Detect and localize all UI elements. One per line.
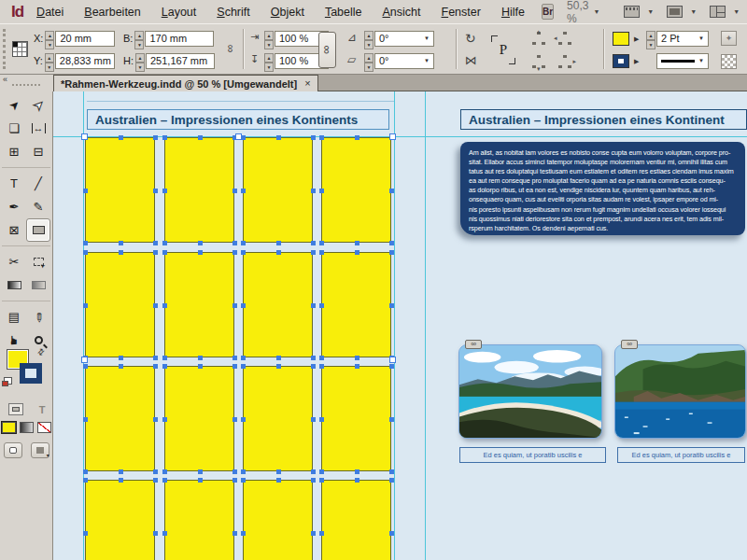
rectangle-frame-tool[interactable]: ⊠ bbox=[2, 218, 26, 242]
selection-handle[interactable] bbox=[83, 303, 88, 308]
selection-handle[interactable] bbox=[198, 478, 203, 483]
bounding-box-handle[interactable] bbox=[235, 133, 242, 140]
panel-grip[interactable] bbox=[3, 29, 6, 69]
yellow-frame[interactable] bbox=[321, 480, 391, 560]
selection-handle[interactable] bbox=[153, 364, 158, 369]
normal-view-button[interactable] bbox=[4, 442, 22, 458]
content-placer-tool[interactable]: ⊟ bbox=[26, 140, 50, 163]
selection-handle[interactable] bbox=[389, 241, 394, 245]
selection-handle[interactable] bbox=[162, 356, 167, 360]
selection-handle[interactable] bbox=[276, 469, 281, 474]
selection-handle[interactable] bbox=[162, 250, 167, 255]
object-effects-button[interactable]: ✦ bbox=[721, 31, 737, 46]
shear-stepper[interactable]: ▲▼ bbox=[364, 53, 374, 69]
selection-handle[interactable] bbox=[311, 531, 316, 536]
selection-handle[interactable] bbox=[162, 469, 167, 474]
selection-handle[interactable] bbox=[83, 250, 88, 255]
selection-tool[interactable]: ➤ bbox=[2, 93, 26, 117]
menu-item-ansicht[interactable]: Ansicht bbox=[383, 6, 421, 19]
bounding-box-handle[interactable] bbox=[81, 357, 88, 363]
document-tab[interactable]: *Rahmen-Werkzeug.indd @ 50 % [Umgewandel… bbox=[53, 75, 318, 91]
yellow-frame[interactable] bbox=[164, 480, 234, 560]
selection-handle[interactable] bbox=[311, 469, 316, 474]
selection-handle[interactable] bbox=[319, 469, 324, 474]
selection-handle[interactable] bbox=[389, 250, 394, 255]
height-stepper[interactable]: ▲▼ bbox=[135, 53, 145, 69]
selection-handle[interactable] bbox=[241, 364, 246, 369]
yellow-frame[interactable] bbox=[164, 366, 234, 471]
page-tool[interactable]: ❏ bbox=[2, 117, 26, 140]
eyedropper-tool[interactable]: ✐ bbox=[26, 305, 50, 329]
preview-mode-button[interactable]: ▾ bbox=[31, 442, 49, 458]
selection-handle[interactable] bbox=[162, 303, 167, 308]
selection-handle[interactable] bbox=[319, 478, 324, 483]
selection-handle[interactable] bbox=[241, 356, 246, 360]
menu-item-schrift[interactable]: Schrift bbox=[217, 6, 249, 19]
bounding-box-handle[interactable] bbox=[389, 357, 396, 363]
yellow-frame[interactable] bbox=[243, 366, 313, 471]
selection-handle[interactable] bbox=[162, 364, 167, 369]
selection-handle[interactable] bbox=[83, 478, 88, 483]
selection-handle[interactable] bbox=[389, 303, 394, 308]
selection-handle[interactable] bbox=[389, 531, 394, 536]
width-input[interactable]: 170 mm bbox=[145, 31, 214, 47]
selection-handle[interactable] bbox=[233, 417, 237, 422]
default-fill-stroke-icon[interactable] bbox=[4, 377, 12, 385]
yellow-frame[interactable] bbox=[85, 252, 155, 357]
selection-handle[interactable] bbox=[233, 241, 237, 245]
opacity-button[interactable] bbox=[721, 54, 737, 69]
selection-handle[interactable] bbox=[119, 356, 123, 360]
yellow-frame[interactable] bbox=[243, 480, 313, 560]
scissors-tool[interactable]: ✂ bbox=[2, 250, 26, 273]
selection-handle[interactable] bbox=[162, 241, 167, 245]
selection-handle[interactable] bbox=[83, 364, 88, 369]
stroke-weight-input[interactable]: 2 Pt bbox=[656, 31, 709, 47]
fill-flyout-icon[interactable]: ▶ bbox=[634, 35, 639, 43]
selection-handle[interactable] bbox=[153, 478, 158, 483]
selection-handle[interactable] bbox=[389, 189, 394, 193]
selection-handle[interactable] bbox=[355, 364, 359, 369]
selection-handle[interactable] bbox=[276, 135, 281, 140]
line-tool[interactable]: ╱ bbox=[26, 172, 50, 195]
photo-beach[interactable] bbox=[458, 344, 602, 439]
collapse-panels-icon[interactable]: « bbox=[3, 75, 7, 84]
selection-handle[interactable] bbox=[162, 135, 167, 140]
selection-handle[interactable] bbox=[319, 417, 324, 422]
selection-handle[interactable] bbox=[119, 135, 123, 140]
margin-guide-right[interactable] bbox=[394, 91, 395, 560]
bounding-box-handle[interactable] bbox=[81, 133, 88, 140]
selection-handle[interactable] bbox=[319, 303, 324, 308]
selection-handle[interactable] bbox=[311, 135, 316, 140]
rotate-90-cw-icon[interactable]: ↻ bbox=[465, 31, 476, 46]
note-tool[interactable]: ▤ bbox=[2, 305, 26, 329]
swap-fill-stroke-icon[interactable]: ⇄ bbox=[35, 346, 47, 357]
selection-handle[interactable] bbox=[355, 250, 359, 255]
selection-handle[interactable] bbox=[241, 478, 246, 483]
menu-item-objekt[interactable]: Objekt bbox=[271, 6, 304, 19]
menu-item-hilfe[interactable]: Hilfe bbox=[501, 6, 525, 19]
selection-handle[interactable] bbox=[83, 417, 88, 422]
selection-handle[interactable] bbox=[153, 189, 158, 193]
y-stepper[interactable]: ▲▼ bbox=[45, 53, 54, 69]
selection-handle[interactable] bbox=[241, 417, 246, 422]
selection-handle[interactable] bbox=[198, 469, 203, 474]
selection-handle[interactable] bbox=[153, 250, 158, 255]
view-options-button[interactable]: ▼ bbox=[624, 6, 654, 18]
selection-handle[interactable] bbox=[319, 241, 324, 245]
dock-grip[interactable] bbox=[12, 84, 40, 86]
free-transform-tool[interactable] bbox=[26, 250, 50, 273]
selection-handle[interactable] bbox=[233, 364, 237, 369]
selection-handle[interactable] bbox=[389, 469, 394, 474]
menu-item-datei[interactable]: Datei bbox=[36, 6, 63, 19]
reference-point-proxy[interactable] bbox=[12, 41, 28, 57]
yellow-frame[interactable] bbox=[164, 252, 234, 357]
selection-handle[interactable] bbox=[233, 356, 237, 360]
selection-handle[interactable] bbox=[162, 189, 167, 193]
selection-handle[interactable] bbox=[355, 241, 359, 245]
select-container-p-button[interactable]: P bbox=[489, 32, 517, 68]
selection-handle[interactable] bbox=[241, 469, 246, 474]
selection-handle[interactable] bbox=[233, 531, 237, 536]
selection-handle[interactable] bbox=[355, 135, 359, 140]
pencil-tool[interactable]: ✎ bbox=[26, 195, 50, 218]
selection-handle[interactable] bbox=[276, 250, 281, 255]
